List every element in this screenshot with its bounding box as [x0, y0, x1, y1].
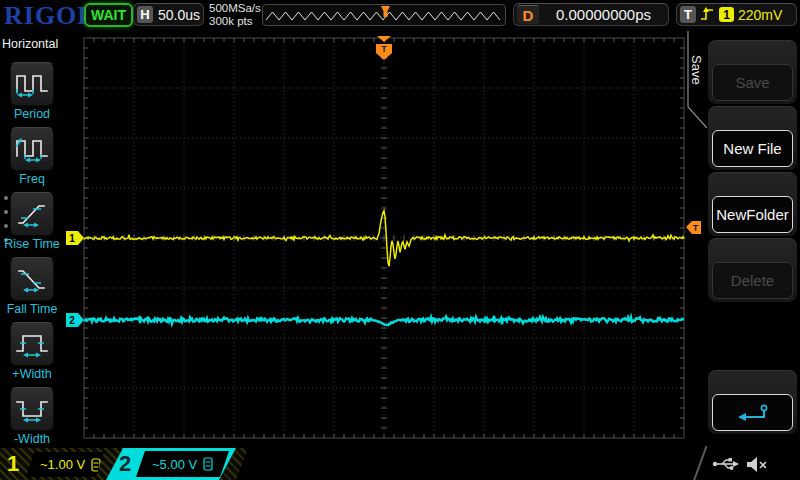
delay-label: D [517, 5, 539, 24]
period-icon [14, 70, 50, 98]
menu-item-label: Period [0, 107, 64, 121]
return-arrow-icon [736, 403, 770, 423]
channel1-status-chip[interactable]: ~1.00 V [26, 452, 104, 477]
channel2-scale: 5.00 V [160, 457, 198, 472]
svg-text:T: T [381, 44, 387, 54]
svg-text:1: 1 [69, 233, 75, 244]
delay-box[interactable]: D 0.00000000ps [513, 3, 669, 26]
horizontal-label: H [137, 6, 153, 23]
channel2-coupling: ~ [152, 457, 160, 472]
horizontal-scale-box[interactable]: H 50.0us [133, 3, 204, 26]
channel1-number: 1 [7, 451, 19, 477]
new-file-button[interactable]: New File [712, 130, 793, 167]
trigger-level-value: 220mV [738, 7, 782, 23]
softkey-menu: Save New File NewFolder Delete [707, 31, 800, 448]
menu-tab-label: Save [689, 55, 704, 85]
menu-item-label: +Width [0, 367, 64, 381]
menu-tab-save: Save [686, 31, 708, 131]
svg-text:T: T [693, 223, 699, 233]
menu-item-freq[interactable]: Freq [0, 127, 64, 186]
left-menu-title: Horizontal [2, 37, 64, 51]
back-button[interactable] [712, 394, 793, 431]
sample-rate: 500MSa/s [209, 2, 261, 15]
softkey-slot: NewFolder [708, 172, 797, 236]
horizontal-scale-value: 50.0us [158, 7, 200, 23]
menu-item-plus-width[interactable]: +Width [0, 322, 64, 381]
menu-item-fall-time[interactable]: Fall Time [0, 257, 64, 316]
delay-value: 0.00000000ps [539, 6, 668, 23]
acquisition-info: 500MSa/s 300k pts [209, 2, 261, 28]
oscilloscope-screen: RIGOL WAIT H 50.0us 500MSa/s 300k pts D … [0, 0, 800, 480]
scope-display: 12TT [64, 31, 707, 448]
menu-item-label: Fall Time [0, 302, 64, 316]
minus-width-icon [14, 395, 50, 423]
menu-item-minus-width[interactable]: -Width [0, 387, 64, 446]
menu-item-label: -Width [0, 432, 64, 446]
channel1-coupling: ~ [40, 457, 48, 472]
top-status-bar: RIGOL WAIT H 50.0us 500MSa/s 300k pts D … [0, 0, 800, 31]
save-button[interactable]: Save [712, 64, 793, 101]
delete-button[interactable]: Delete [712, 262, 793, 299]
speaker-muted-icon [746, 456, 768, 473]
vertical-scale-indicator-icon [203, 457, 213, 471]
rise-time-icon [14, 200, 50, 228]
usb-icon [712, 456, 740, 471]
softkey-slot: New File [708, 106, 797, 170]
channel2-number: 2 [119, 451, 131, 477]
fall-time-icon [14, 265, 50, 293]
waveform-preview-strip[interactable] [262, 4, 506, 26]
memory-depth: 300k pts [209, 15, 261, 28]
brand-logo: RIGOL [4, 1, 96, 31]
menu-item-label: Rise Time [0, 237, 64, 251]
frequency-icon [14, 135, 50, 163]
softkey-slot: Delete [708, 238, 797, 302]
channel2-status-chip[interactable]: ~5.00 V [136, 451, 229, 477]
footer-divider [693, 446, 708, 480]
menu-item-rise-time[interactable]: Rise Time [0, 192, 64, 251]
menu-item-period[interactable]: Period [0, 62, 64, 121]
run-state-badge: WAIT [84, 3, 133, 27]
trigger-box[interactable]: T 1 220mV [676, 3, 797, 26]
horizontal-measure-menu: Horizontal Period Freq [0, 31, 64, 448]
trigger-source-chip: 1 [719, 7, 734, 22]
trigger-label: T [680, 6, 696, 23]
plus-width-icon [14, 330, 50, 358]
rising-edge-icon [700, 6, 715, 23]
softkey-slot: Save [708, 40, 797, 104]
channel1-scale: 1.00 V [48, 457, 86, 472]
softkey-slot [708, 370, 797, 434]
channel-status-bar: 1 ~1.00 V 2 ~5.00 V [0, 448, 800, 480]
new-folder-button[interactable]: NewFolder [712, 196, 793, 233]
graticule-and-traces: 12TT [64, 31, 707, 448]
menu-item-label: Freq [0, 172, 64, 186]
svg-text:2: 2 [69, 315, 75, 326]
